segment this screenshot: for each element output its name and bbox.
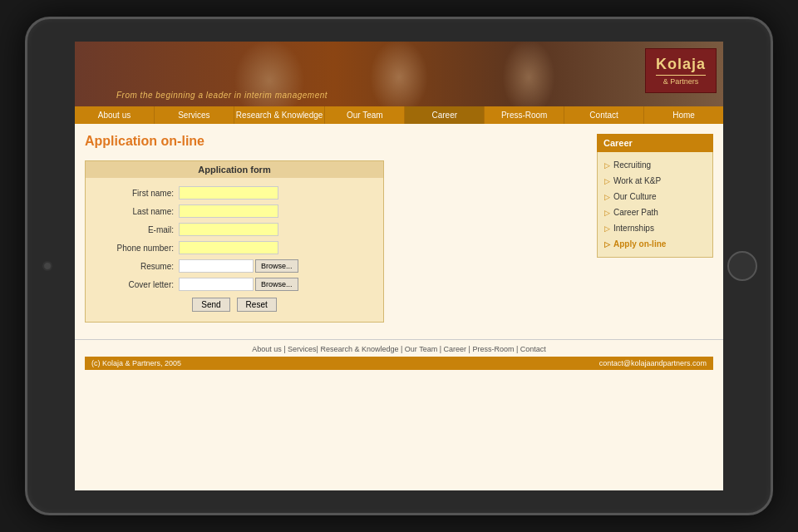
form-row-coverletter: Cover letter: Browse...: [96, 278, 373, 291]
nav-career[interactable]: Career: [405, 106, 485, 124]
nav-press[interactable]: Press-Room: [485, 106, 564, 124]
email-input[interactable]: [179, 223, 278, 236]
firstname-input[interactable]: [179, 186, 278, 200]
tablet-screen: Kolaja & Partners From the beginning a l…: [75, 42, 723, 490]
firstname-label: First name:: [96, 189, 179, 198]
nav-team[interactable]: Our Team: [325, 106, 405, 124]
site-footer: About us | Services| Research & Knowledg…: [75, 339, 723, 375]
footer-bottom: (c) Kolaja & Partners, 2005 contact@kola…: [85, 357, 713, 370]
sidebar-item-label: Internships: [613, 224, 654, 233]
logo-area: Kolaja & Partners: [645, 48, 717, 93]
arrow-icon: ▷: [604, 161, 610, 170]
form-row-email: E-mail:: [96, 223, 373, 236]
form-title: Application form: [86, 161, 383, 178]
page-title: Application on-line: [85, 134, 587, 149]
footer-email: contact@kolajaandpartners.com: [599, 359, 707, 367]
main-content: Application on-line Application form Fir…: [85, 134, 587, 323]
nav-home[interactable]: Home: [644, 106, 723, 124]
sidebar-item-apply[interactable]: ▷ Apply on-line: [598, 236, 712, 252]
email-label: E-mail:: [96, 225, 179, 234]
sidebar-item-label: Career Path: [613, 208, 658, 217]
phone-label: Phone number:: [96, 244, 179, 253]
sidebar-content: ▷ Recruiting ▷ Work at K&P ▷ Our Culture: [597, 152, 713, 258]
resume-label: Resume:: [96, 262, 179, 271]
arrow-icon: ▷: [604, 240, 610, 249]
coverletter-browse-button[interactable]: Browse...: [255, 278, 298, 291]
footer-copyright: (c) Kolaja & Partners, 2005: [91, 359, 181, 367]
form-row-resume: Resume: Browse...: [96, 259, 373, 273]
sidebar-item-label: Work at K&P: [613, 176, 661, 185]
send-button[interactable]: Send: [192, 298, 229, 312]
arrow-icon: ▷: [604, 177, 610, 185]
form-row-firstname: First name:: [96, 186, 373, 200]
form-buttons: Send Reset: [96, 298, 373, 312]
phone-input[interactable]: [179, 241, 278, 254]
content-area: Application on-line Application form Fir…: [75, 124, 723, 332]
nav-services[interactable]: Services: [155, 106, 234, 124]
resume-browse-button[interactable]: Browse...: [255, 259, 298, 273]
nav-contact[interactable]: Contact: [564, 106, 644, 124]
form-row-phone: Phone number:: [96, 241, 373, 254]
sidebar-item-recruiting[interactable]: ▷ Recruiting: [598, 157, 712, 173]
arrow-icon: ▷: [604, 224, 610, 233]
home-button[interactable]: [727, 251, 757, 281]
logo-sub: & Partners: [656, 77, 706, 86]
main-nav: About us Services Research & Knowledge O…: [75, 106, 723, 124]
sidebar-item-internships[interactable]: ▷ Internships: [598, 220, 712, 236]
sidebar-item-label: Recruiting: [613, 160, 651, 170]
logo-name: Kolaja: [656, 56, 706, 73]
sidebar-item-work[interactable]: ▷ Work at K&P: [598, 173, 712, 189]
sidebar-item-label: Apply on-line: [613, 239, 666, 249]
site-header: Kolaja & Partners From the beginning a l…: [75, 42, 723, 106]
website-content: Kolaja & Partners From the beginning a l…: [75, 42, 723, 490]
footer-links: About us | Services| Research & Knowledg…: [85, 345, 713, 353]
reset-button[interactable]: Reset: [237, 298, 277, 312]
lastname-label: Last name:: [96, 207, 179, 216]
sidebar-item-career-path[interactable]: ▷ Career Path: [598, 204, 712, 220]
lastname-input[interactable]: [179, 204, 278, 218]
coverletter-label: Cover letter:: [96, 280, 179, 289]
arrow-icon: ▷: [604, 209, 610, 217]
sidebar-item-culture[interactable]: ▷ Our Culture: [598, 189, 712, 204]
sidebar-title: Career: [597, 134, 713, 152]
tablet-frame: Kolaja & Partners From the beginning a l…: [25, 17, 773, 515]
logo-divider: [656, 75, 706, 76]
form-row-lastname: Last name:: [96, 204, 373, 218]
career-sidebar: Career ▷ Recruiting ▷ Work at K&P ▷ Our: [597, 134, 713, 323]
application-form-container: Application form First name: Last name: …: [85, 160, 384, 323]
arrow-icon: ▷: [604, 193, 610, 201]
camera-icon: [42, 261, 52, 271]
coverletter-path-input[interactable]: [179, 278, 254, 291]
resume-path-input[interactable]: [179, 259, 254, 273]
header-tagline: From the beginning a leader in interim m…: [116, 91, 328, 100]
nav-about[interactable]: About us: [75, 106, 155, 124]
sidebar-item-label: Our Culture: [613, 192, 657, 201]
nav-research[interactable]: Research & Knowledge: [234, 106, 326, 124]
